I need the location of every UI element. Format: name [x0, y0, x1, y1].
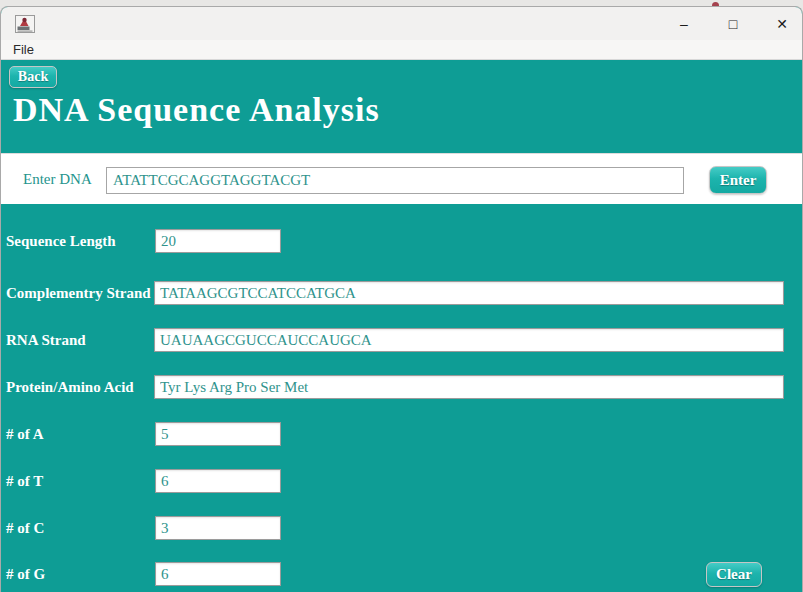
count-c-input[interactable]	[155, 516, 281, 540]
complementry-strand-input[interactable]	[154, 281, 784, 305]
complementry-strand-label: Complementry Strand	[6, 285, 151, 302]
field-row-count-a: # of A	[1, 422, 802, 446]
window-controls: – □ ✕	[676, 16, 790, 32]
protein-amino-acid-label: Protein/Amino Acid	[6, 379, 134, 396]
minimize-button[interactable]: –	[676, 16, 692, 32]
field-row-sequence-length: Sequence Length	[1, 229, 802, 253]
main-panel: Back DNA Sequence Analysis Enter DNA Ent…	[1, 60, 802, 592]
page-title: DNA Sequence Analysis	[13, 88, 380, 132]
app-window: – □ ✕ File Back DNA Sequence Analysis En…	[0, 6, 803, 592]
titlebar[interactable]: – □ ✕	[1, 7, 802, 40]
maximize-button[interactable]: □	[725, 16, 741, 32]
count-a-input[interactable]	[155, 422, 281, 446]
app-icon	[15, 14, 35, 34]
enter-button[interactable]: Enter	[709, 166, 767, 194]
count-g-label: # of G	[6, 566, 45, 583]
field-row-complementry-strand: Complementry Strand	[1, 281, 802, 305]
count-t-input[interactable]	[155, 469, 281, 493]
sequence-length-input[interactable]	[155, 229, 281, 253]
count-t-label: # of T	[6, 473, 43, 490]
enter-dna-label: Enter DNA	[23, 154, 92, 205]
field-row-count-t: # of T	[1, 469, 802, 493]
rna-strand-label: RNA Strand	[6, 332, 86, 349]
dna-sequence-input[interactable]	[106, 167, 684, 194]
enter-dna-strip: Enter DNA Enter	[1, 153, 802, 204]
field-row-count-g: # of G	[1, 562, 802, 586]
close-button[interactable]: ✕	[774, 16, 790, 32]
menu-file[interactable]: File	[13, 42, 34, 57]
field-row-protein-amino-acid: Protein/Amino Acid	[1, 375, 802, 399]
count-g-input[interactable]	[155, 562, 281, 586]
clear-button[interactable]: Clear	[706, 562, 762, 587]
count-c-label: # of C	[6, 520, 44, 537]
field-row-rna-strand: RNA Strand	[1, 328, 802, 352]
back-button[interactable]: Back	[9, 66, 57, 88]
sequence-length-label: Sequence Length	[6, 233, 116, 250]
field-row-count-c: # of C	[1, 516, 802, 540]
count-a-label: # of A	[6, 426, 44, 443]
menubar: File	[1, 40, 802, 60]
rna-strand-input[interactable]	[154, 328, 784, 352]
protein-amino-acid-input[interactable]	[154, 375, 784, 399]
